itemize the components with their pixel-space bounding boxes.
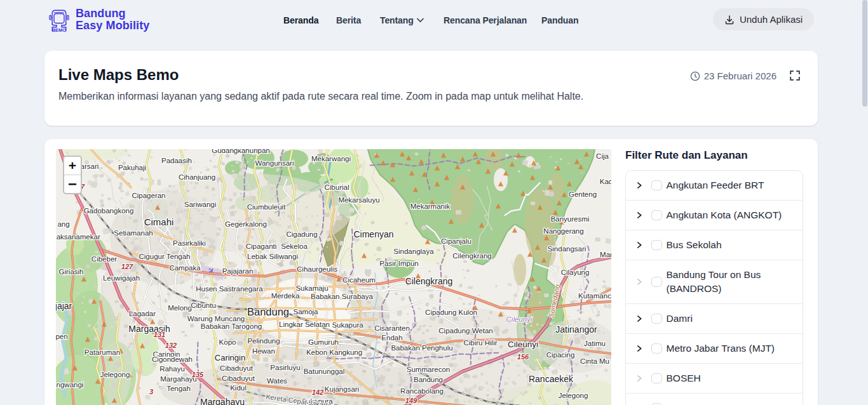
svg-text:Samoja: Samoja [294,308,319,315]
svg-text:Jelegong: Jelegong [100,371,130,378]
svg-text:Leuwigajah: Leuwigajah [103,274,140,282]
svg-text:Pelindung: Pelindung [247,337,280,345]
svg-text:Cihaurgeulis: Cihaurgeulis [297,265,337,273]
svg-text:Cileunyi: Cileunyi [508,340,538,349]
svg-text:Mekarmanik: Mekarmanik [410,202,451,210]
svg-text:Wangunsari: Wangunsari [255,159,294,167]
svg-text:Mekarwangi: Mekarwangi [311,155,351,163]
svg-text:Gumuruh: Gumuruh [308,338,339,346]
svg-text:Babakan Surabaya: Babakan Surabaya [311,293,373,300]
svg-text:Pasir Impun: Pasir Impun [379,260,418,267]
svg-text:156: 156 [517,353,529,361]
svg-text:Sindanglaya: Sindanglaya [393,248,434,255]
svg-text:Padaasih: Padaasih [161,157,192,164]
svg-text:Cilengkrang: Cilengkrang [452,252,491,260]
svg-text:Cibeber: Cibeber [92,255,117,263]
svg-text:Cimenyan: Cimenyan [353,229,393,239]
svg-text:Cigugur Tengah: Cigugur Tengah [139,253,191,260]
svg-text:arsari: arsari [81,163,99,170]
svg-text:Lingkar Selatan: Lingkar Selatan [279,321,330,328]
svg-text:Jelegong: Jelegong [559,392,588,399]
svg-text:3: 3 [149,388,153,395]
svg-text:Pataruman: Pataruman [85,349,120,356]
svg-text:132: 132 [165,342,177,349]
svg-text:Pasirluyu: Pasirluyu [270,364,300,371]
svg-text:Jatinangor: Jatinangor [555,324,597,335]
svg-text:Ciburial: Ciburial [325,183,349,191]
svg-text:BEMO: BEMO [52,27,66,32]
svg-text:Jatimu: Jatimu [584,340,606,347]
svg-text:Rancabolang: Rancabolang [400,387,444,395]
svg-text:Ciumbuleuit: Ciumbuleuit [247,203,287,211]
svg-text:Summarecon: Summarecon [407,366,450,373]
svg-text:Cicaheum: Cicaheum [342,276,376,284]
svg-text:Cipadung Wetan: Cipadung Wetan [438,327,492,335]
svg-text:Cipaganti: Cipaganti [246,242,277,250]
svg-text:Kebon Kangkung: Kebon Kangkung [306,349,362,356]
svg-text:Lebak Siliwangi: Lebak Siliwangi [247,253,298,260]
svg-text:Kopo: Kopo [219,338,236,346]
svg-text:Cigadung: Cigadung [286,230,317,238]
svg-text:ang: ang [57,220,69,228]
svg-text:Sukapura: Sukapura [332,321,363,329]
svg-text:Cibuntu: Cibuntu [191,302,216,309]
svg-text:Babakan Penghulu: Babakan Penghulu [391,344,452,352]
svg-text:Cigondewah: Cigondewah [152,355,193,363]
svg-text:131: 131 [154,331,165,338]
svg-text:142: 142 [312,388,323,396]
svg-text:Cibiru Hilir: Cibiru Hilir [463,339,497,347]
svg-text:Endah: Endah [381,334,402,342]
svg-text:Tengah: Tengah [166,385,191,392]
svg-text:Cipanjalu: Cipanjalu [441,237,471,245]
svg-text:Pajajaran: Pajajaran [222,267,254,275]
svg-text:Sariwangi: Sariwangi [184,201,217,208]
svg-text:Cipadung Kulon: Cipadung Kulon [425,309,477,316]
svg-text:Cija: Cija [596,152,609,160]
svg-text:Gegerkalong: Gegerkalong [225,220,267,228]
svg-text:Cibaduyut: Cibaduyut [220,364,254,372]
svg-text:Mar: Mar [600,251,611,258]
svg-text:135: 135 [192,371,204,378]
svg-text:Cipacing: Cipacing [546,351,575,359]
svg-text:Kidul: Kidul [230,384,247,392]
svg-text:Sindangsari: Sindangsari [548,245,587,253]
svg-text:Bandung: Bandung [414,376,443,383]
svg-text:Rancaekek: Rancaekek [529,374,574,384]
svg-text:Bandung: Bandung [247,306,289,317]
svg-text:Kujangsari: Kujangsari [325,385,359,393]
svg-text:Husen Sastranegara: Husen Sastranegara [196,285,263,293]
svg-text:Laksanamekar: Laksanamekar [56,233,100,241]
svg-text:Hewan: Hewan [252,347,275,355]
svg-text:Cipageran: Cipageran [132,192,165,199]
svg-text:Nanggerang: Nanggerang [543,227,583,235]
svg-text:Rahayu: Rahayu [159,365,185,373]
svg-text:Cibaduyut: Cibaduyut [222,375,255,382]
svg-text:Wates: Wates [267,377,287,385]
svg-text:Genteng: Genteng [569,190,597,198]
svg-text:Cilengkrang: Cilengkrang [405,276,453,286]
svg-text:Cinta Mu: Cinta Mu [580,357,609,365]
svg-text:Gadobangkong: Gadobangkong [84,207,134,215]
svg-text:Cimahi: Cimahi [144,216,174,227]
svg-text:jajar: jajar [56,301,72,311]
svg-text:Gudangkahuripan: Gudangkahuripan [212,149,269,154]
svg-text:Cilayung: Cilayung [561,269,590,276]
svg-text:Margahayu: Margahayu [200,397,245,405]
svg-text:Cihanjuang: Cihanjuang [179,173,215,181]
svg-text:Pasirkaliki: Pasirkaliki [173,239,206,247]
svg-text:Mekarsaluyu: Mekarsaluyu [338,196,379,204]
svg-text:Campaka: Campaka [169,264,201,272]
svg-text:Sekeloa: Sekeloa [281,242,308,250]
svg-text:Cisaranten: Cisaranten [374,324,410,332]
svg-text:Merdeka: Merdeka [271,292,300,300]
svg-text:Setiamanah: Setiamanah [114,229,153,237]
svg-text:Giriasih: Giriasih [59,268,84,276]
svg-text:Melong: Melong [168,304,192,312]
svg-text:Warung Muncang: Warung Muncang [187,315,245,322]
svg-text:Caringin: Caringin [215,353,245,362]
svg-text:Banyuresmi: Banyuresmi [551,215,590,223]
svg-text:Lagadar: Lagadar [129,310,156,317]
svg-text:Kutamanc: Kutamanc [578,292,611,300]
svg-text:Cileunyi: Cileunyi [506,315,532,323]
svg-text:ngwangi: ngwangi [57,381,84,388]
